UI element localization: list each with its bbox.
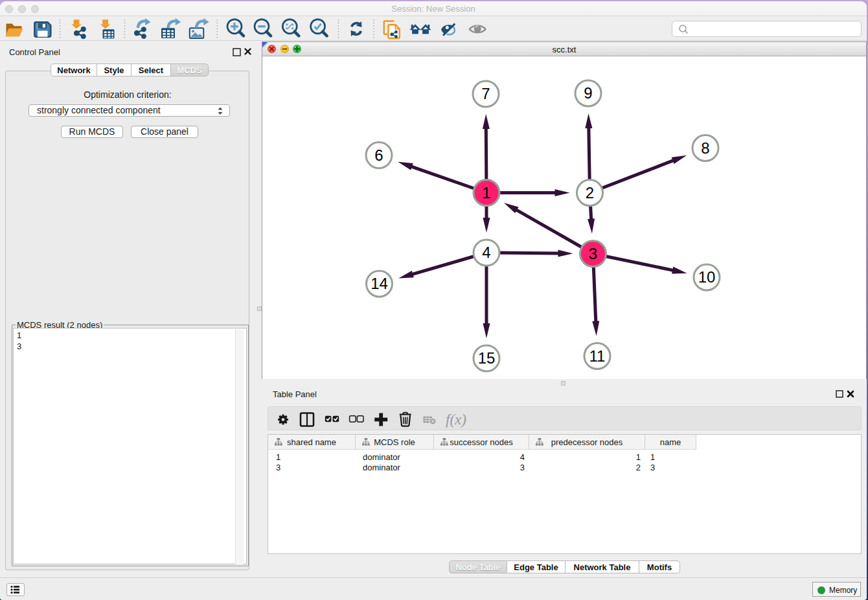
svg-text:7: 7 — [481, 85, 490, 102]
svg-text:14: 14 — [371, 275, 388, 292]
svg-text:1: 1 — [482, 184, 490, 202]
svg-text:8: 8 — [701, 139, 709, 157]
svg-text:f(x): f(x) — [446, 411, 466, 428]
svg-text:6: 6 — [374, 146, 383, 164]
svg-text:10: 10 — [698, 268, 716, 286]
svg-text:9: 9 — [584, 84, 592, 102]
svg-text:11: 11 — [589, 347, 606, 365]
svg-text:2: 2 — [586, 184, 594, 202]
svg-text:4: 4 — [482, 244, 490, 261]
svg-text:15: 15 — [478, 349, 496, 367]
svg-text:3: 3 — [589, 245, 597, 262]
